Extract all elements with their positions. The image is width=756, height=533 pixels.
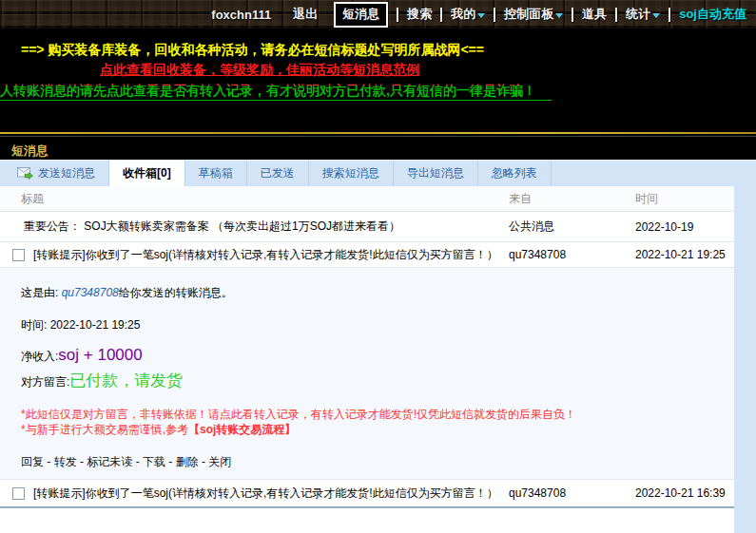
nav-stats-label: 统计 — [626, 7, 650, 21]
message-from: qu7348708 — [509, 248, 635, 261]
nav-divider — [494, 8, 495, 22]
nav-divider — [572, 8, 573, 22]
nav-control-panel[interactable]: 控制面板 — [504, 6, 563, 23]
detail-from-prefix: 这是由: — [21, 286, 62, 299]
note-value: 已付款，请发货 — [69, 371, 183, 390]
action-forward[interactable]: 转发 — [54, 455, 77, 468]
nav-divider — [397, 8, 398, 22]
soj-trade-guide-link[interactable]: 【soj转账交易流程】 — [188, 423, 296, 436]
panel-top-border — [0, 132, 756, 137]
nav-divider — [615, 8, 617, 22]
page-title: 短消息 — [11, 143, 48, 158]
message-tabbar: 发送短消息 收件箱[0] 草稿箱 已发送 搜索短消息 导出短消息 忽略列表 — [0, 160, 756, 186]
action-separator: - — [77, 455, 87, 468]
row-checkbox[interactable] — [12, 249, 25, 261]
message-time: 2022-10-21 16:39 — [635, 486, 734, 500]
action-close[interactable]: 关闭 — [208, 455, 231, 468]
table-row: 重要公告： SOJ大额转账卖家需备案 （每次卖出超过1万SOJ都进来看看） 公共… — [0, 212, 734, 242]
nav-divider — [440, 8, 442, 22]
nav-search[interactable]: 搜索 — [407, 6, 432, 23]
nav-control-panel-label: 控制面板 — [504, 7, 553, 21]
chevron-down-icon[interactable] — [477, 13, 485, 18]
chevron-down-icon[interactable] — [652, 13, 660, 18]
message-actions: 回复 - 转发 - 标记未读 - 下载 - 删除 - 关闭 — [0, 454, 734, 469]
detail-warning-2: *与新手进行大额交易需谨慎,参考【soj转账交易流程】 — [0, 422, 734, 437]
detail-from-line: 这是由: qu7348708给你发送的转账消息。 — [0, 285, 734, 300]
detail-from-suffix: 给你发送的转账消息。 — [119, 286, 233, 299]
message-detail-panel: 这是由: qu7348708给你发送的转账消息。 时间: 2022-10-21 … — [0, 268, 734, 480]
tab-search-messages[interactable]: 搜索短消息 — [309, 161, 394, 186]
table-row: [转账提示]你收到了一笔soj(详情核对转入记录,有转入记录才能发货!此短信仅为… — [0, 242, 734, 268]
tab-drafts[interactable]: 草稿箱 — [185, 161, 247, 186]
nav-logout[interactable]: 退出 — [293, 6, 318, 23]
nav-stats[interactable]: 统计 — [626, 6, 660, 23]
tab-export-messages[interactable]: 导出短消息 — [394, 161, 478, 186]
nav-divider — [669, 8, 670, 22]
action-separator: - — [165, 455, 176, 468]
detail-income-line: 净收入:soj + 10000 — [0, 348, 734, 364]
notice-transfer-warning-link[interactable]: 人转账消息的请先点此查看是否有转入记录，有才说明对方已付款,只有短信的一律是诈骗… — [0, 82, 552, 101]
message-from: qu7348708 — [509, 486, 635, 500]
action-separator: - — [44, 455, 54, 468]
notice-buy-equipment: ==> 购买装备库装备，回收和各种活动，请务必在短信标题处写明所属战网<== — [21, 41, 756, 59]
username[interactable]: foxchn111 — [211, 8, 271, 22]
detail-time-line: 时间: 2022-10-21 19:25 — [0, 317, 734, 333]
tab-inbox[interactable]: 收件箱[0] — [109, 161, 185, 186]
table-row: [转账提示]你收到了一笔soj(详情核对转入记录,有转入记录才能发货!此短信仅为… — [0, 480, 734, 508]
nav-soj-recharge[interactable]: soj自动充值 — [679, 6, 746, 23]
row-checkbox[interactable] — [12, 487, 25, 500]
message-title-transfer[interactable]: [转账提示]你收到了一笔soj(详情核对转入记录,有转入记录才能发货!此短信仅为… — [33, 247, 498, 263]
message-time: 2022-10-19 — [635, 220, 734, 234]
warning-2-text: *与新手进行大额交易需谨慎,参考 — [21, 423, 188, 436]
action-mark-unread[interactable]: 标记未读 — [87, 455, 132, 468]
nav-my[interactable]: 我的 — [451, 6, 485, 23]
tab-sent[interactable]: 已发送 — [247, 161, 309, 186]
message-title-announcement[interactable]: 重要公告： SOJ大额转账卖家需备案 （每次卖出超过1万SOJ都进来看看） — [24, 219, 400, 235]
nav-items[interactable]: 道具 — [582, 6, 607, 23]
note-label: 对方留言: — [21, 375, 69, 389]
nav-messages[interactable]: 短消息 — [334, 2, 388, 28]
column-header-time: 时间 — [635, 191, 734, 207]
table-header-row: 标题 来自 时间 — [0, 186, 734, 212]
message-from: 公共消息 — [509, 219, 635, 235]
income-value: soj + 10000 — [58, 346, 142, 364]
column-header-title: 标题 — [0, 191, 509, 207]
action-delete[interactable]: 删除 — [176, 455, 199, 468]
message-time: 2022-10-21 19:25 — [635, 248, 734, 261]
action-separator: - — [199, 455, 209, 468]
action-reply[interactable]: 回复 — [21, 455, 44, 468]
tab-send-label: 发送短消息 — [38, 165, 95, 181]
chevron-down-icon[interactable] — [555, 13, 563, 18]
nav-my-label: 我的 — [451, 7, 475, 21]
detail-warning-1: *此短信仅是对方留言，非转账依据！请点此看转入记录，有转入记录才能发货!仅凭此短… — [0, 407, 734, 422]
tab-ignore-list[interactable]: 忽略列表 — [478, 161, 552, 186]
envelope-send-icon — [17, 167, 33, 180]
inbox-table: 标题 来自 时间 重要公告： SOJ大额转账卖家需备案 （每次卖出超过1万SOJ… — [0, 186, 734, 533]
detail-note-line: 对方留言:已付款，请发货 — [0, 373, 734, 390]
message-title-transfer[interactable]: [转账提示]你收到了一笔soj(详情核对转入记录,有转入记录才能发货!此短信仅为… — [33, 485, 498, 502]
notice-zone: ==> 购买装备库装备，回收和各种活动，请务必在短信标题处写明所属战网<== 点… — [0, 29, 756, 160]
top-navigation-bar: foxchn111 退出 短消息 搜索 我的 控制面板 道具 统计 soj自动充… — [0, 0, 756, 29]
notice-examples-link[interactable]: 点此查看回收装备，等级奖励，佳丽活动等短消息范例 — [100, 61, 756, 79]
action-download[interactable]: 下载 — [143, 455, 165, 468]
column-header-from: 来自 — [509, 191, 635, 207]
page-background: 标题 来自 时间 重要公告： SOJ大额转账卖家需备案 （每次卖出超过1万SOJ… — [0, 186, 756, 533]
income-label: 净收入: — [21, 350, 58, 363]
tab-send-message[interactable]: 发送短消息 — [0, 161, 109, 186]
sender-username-link[interactable]: qu7348708 — [62, 286, 119, 299]
action-separator: - — [132, 455, 143, 468]
